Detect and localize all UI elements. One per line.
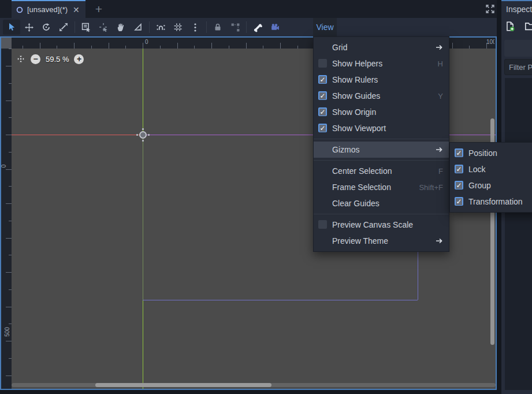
shortcut-label: Y (438, 92, 443, 101)
godot-editor-window: [unsaved](*) ✕ + (0, 0, 532, 394)
menu-item-show-origin[interactable]: ✓ Show Origin (314, 104, 449, 120)
shortcut-label: Shift+F (419, 183, 443, 192)
submenu-item-group[interactable]: ✓ Group (450, 177, 532, 194)
tab-close-icon[interactable]: ✕ (73, 5, 80, 14)
submenu-arrow-icon (435, 146, 443, 153)
menu-item-clear-guides[interactable]: Clear Guides (314, 195, 449, 211)
snapping-options-button[interactable] (187, 20, 204, 35)
checkbox-checked-icon: ✓ (318, 75, 327, 84)
toolbar-separator (149, 21, 150, 33)
inspector-tab-label[interactable]: Inspector (506, 5, 532, 14)
group-node-button[interactable] (226, 20, 244, 35)
ruler-tool-icon (133, 23, 143, 32)
ruler-label: 1000 (486, 39, 494, 45)
scene-tab-unsaved[interactable]: [unsaved](*) ✕ (12, 0, 85, 18)
zoom-out-button[interactable]: − (31, 54, 40, 64)
inspector-empty-body (505, 78, 532, 390)
bone-icon (253, 23, 263, 32)
move-tool-icon (24, 23, 34, 32)
zoom-percent-label[interactable]: 59.5 % (46, 55, 69, 64)
ruler-label: 0 (1, 165, 7, 168)
zoom-controls: − 59.5 % + (16, 52, 84, 66)
checkbox-checked-icon: ✓ (455, 165, 463, 173)
y-axis-line (143, 49, 143, 135)
menu-item-frame-selection[interactable]: Frame Selection Shift+F (314, 179, 449, 195)
grid-snap-button[interactable] (169, 20, 187, 35)
select-tool-icon (7, 23, 16, 32)
scale-mode-button[interactable] (55, 20, 72, 35)
checkbox-checked-icon: ✓ (318, 107, 327, 116)
x-axis-line (12, 135, 143, 135)
submenu-item-position[interactable]: ✓ Position (450, 145, 532, 161)
node-circle-icon (16, 6, 23, 13)
pan-hand-icon (116, 23, 126, 32)
camera-icon (270, 23, 280, 32)
y-axis-line-dim (143, 135, 143, 300)
menu-item-preview-canvas-scale[interactable]: Preview Canvas Scale (314, 217, 449, 233)
checkbox-checked-icon: ✓ (318, 124, 327, 132)
submenu-item-transformation[interactable]: ✓ Transformation (450, 194, 532, 210)
list-select-button[interactable] (77, 20, 95, 35)
ruler-mode-button[interactable] (129, 20, 147, 35)
move-mode-button[interactable] (20, 20, 38, 35)
scale-tool-icon (59, 23, 68, 32)
menu-item-show-viewport[interactable]: ✓ Show Viewport (314, 120, 449, 136)
toolbar-separator (206, 21, 207, 33)
pan-mode-button[interactable] (112, 20, 129, 35)
menu-item-show-guides[interactable]: ✓ Show Guides Y (314, 88, 449, 104)
ruler-corner (1, 38, 12, 49)
origin-gizmo[interactable] (139, 131, 147, 139)
menu-separator (314, 158, 449, 163)
checkbox-checked-icon: ✓ (455, 148, 463, 157)
submenu-item-lock[interactable]: ✓ Lock (450, 161, 532, 177)
shortcut-label: F (438, 167, 443, 176)
center-view-icon[interactable] (16, 54, 25, 64)
toolbar-separator (246, 21, 247, 33)
checkbox-checked-icon: ✓ (455, 181, 463, 189)
lock-icon (213, 23, 222, 32)
menu-item-show-rulers[interactable]: ✓ Show Rulers (314, 72, 449, 88)
ruler-label: 500 (4, 327, 10, 337)
smart-snap-button[interactable] (152, 20, 169, 35)
override-camera-button[interactable] (266, 20, 284, 35)
filter-placeholder: Filter Properties (509, 63, 532, 72)
filter-properties-input[interactable]: Filter Properties (504, 59, 532, 75)
menu-item-center-selection[interactable]: Center Selection F (314, 163, 449, 179)
shortcut-label: H (438, 60, 443, 68)
horizontal-scrollbar-thumb[interactable] (95, 383, 271, 387)
scene-tab-title: [unsaved](*) (27, 5, 68, 14)
checkbox-checked-icon: ✓ (455, 197, 463, 206)
new-resource-icon[interactable] (505, 21, 515, 32)
canvas-toolbar: View (0, 18, 497, 36)
submenu-arrow-icon (435, 237, 443, 244)
y-axis-line (143, 300, 143, 389)
menu-item-gizmos[interactable]: Gizmos (314, 142, 449, 158)
menu-item-show-helpers[interactable]: Show Helpers H (314, 55, 449, 72)
ruler-label: 0 (145, 39, 148, 45)
new-scene-tab-button[interactable]: + (91, 1, 106, 17)
skeleton-options-button[interactable] (249, 20, 266, 35)
scene-tab-bar: [unsaved](*) ✕ + (0, 0, 497, 18)
three-dots-icon (194, 23, 197, 32)
rotate-tool-icon (42, 23, 51, 32)
select-mode-button[interactable] (3, 20, 20, 35)
load-resource-icon[interactable] (524, 21, 532, 32)
gizmos-submenu-popup: ✓ Position ✓ Lock ✓ Group ✓ Transformati… (449, 142, 532, 213)
submenu-arrow-icon (435, 44, 443, 51)
expand-bottom-panel-icon[interactable] (483, 2, 496, 15)
inspector-node-box[interactable] (504, 40, 532, 57)
click-select-icon (99, 23, 109, 32)
menu-item-preview-theme[interactable]: Preview Theme (314, 233, 449, 249)
group-icon (230, 23, 240, 32)
zoom-in-button[interactable]: + (74, 54, 84, 64)
checkbox-unchecked-icon (318, 59, 327, 68)
lock-node-button[interactable] (209, 20, 226, 35)
menu-item-grid[interactable]: Grid (314, 39, 449, 55)
grid-snap-icon (173, 23, 183, 32)
toolbar-separator (75, 21, 75, 33)
view-menu-popup: Grid Show Helpers H ✓ Show Rulers ✓ Show… (313, 36, 449, 252)
click-select-button[interactable] (95, 20, 112, 35)
checkbox-unchecked-icon (318, 220, 327, 229)
view-menu-button[interactable]: View (313, 18, 337, 36)
rotate-mode-button[interactable] (38, 20, 55, 35)
